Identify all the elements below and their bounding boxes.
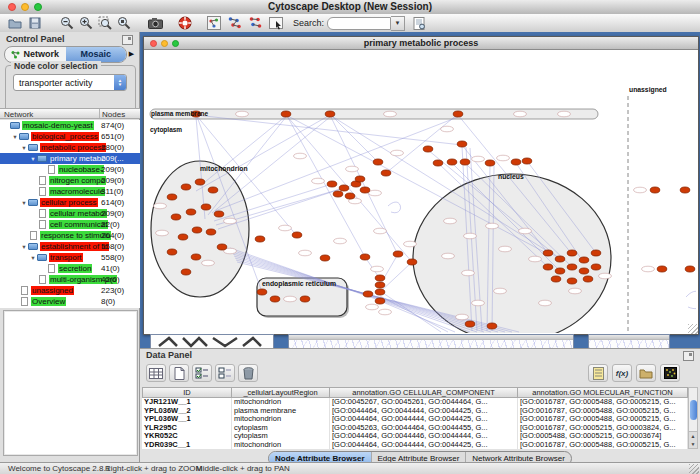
tree-row-node-count: 41(0) bbox=[101, 264, 120, 273]
tree-row[interactable]: ▼cellular process614(0) bbox=[0, 197, 140, 208]
background-window-fragment[interactable] bbox=[150, 334, 274, 348]
function-builder-icon[interactable]: f(x) bbox=[612, 364, 632, 382]
save-session-button[interactable] bbox=[27, 16, 42, 31]
node-label-oval bbox=[156, 230, 169, 236]
table-cell-cellular: [GO:0044464, GO:0044444, GO:0044425, G..… bbox=[330, 407, 518, 416]
network-view-window[interactable]: primary metabolic process plasma membran… bbox=[143, 36, 699, 335]
help-lifering-icon[interactable] bbox=[177, 16, 192, 31]
folder-icon bbox=[10, 122, 20, 129]
tree-row[interactable]: ▼primary metabo209(... bbox=[0, 153, 140, 164]
open-session-button[interactable] bbox=[7, 16, 22, 31]
tree-expander-icon[interactable]: ▼ bbox=[29, 156, 37, 162]
background-window-fragment[interactable] bbox=[588, 334, 670, 348]
network-node bbox=[650, 187, 660, 193]
tree-row[interactable]: ▼metabolic process280(0) bbox=[0, 142, 140, 153]
attribute-report-icon[interactable] bbox=[588, 364, 608, 382]
background-window-fragment[interactable] bbox=[288, 334, 574, 348]
unselect-attributes-icon[interactable] bbox=[215, 364, 235, 382]
node-label-oval bbox=[202, 260, 215, 266]
network-overview-panel[interactable] bbox=[3, 310, 138, 456]
table-cell-molecular: [GO:0016787, GO:0005215, GO:0003824, G..… bbox=[518, 424, 688, 433]
tree-row[interactable]: nitrogen compo209(0) bbox=[0, 175, 140, 186]
table-column-header[interactable]: annotation.GO CELLULAR_COMPONENT bbox=[330, 387, 518, 398]
tree-row-node-count: 874(0) bbox=[101, 121, 124, 130]
tree-row[interactable]: mosaic-demo-yeast874(0) bbox=[0, 120, 140, 131]
tree-row[interactable]: cell communicat22(0) bbox=[0, 219, 140, 230]
table-scrollbar[interactable]: ▲▼ bbox=[688, 387, 698, 449]
float-data-panel-icon[interactable] bbox=[683, 351, 694, 361]
import-network-icon[interactable] bbox=[227, 16, 242, 31]
tree-row[interactable]: unassigned223(0) bbox=[0, 285, 140, 296]
table-column-header[interactable]: _cellularLayoutRegion bbox=[232, 387, 330, 398]
tab-network[interactable]: Network bbox=[5, 47, 66, 62]
tree-row[interactable]: ▼transport558(0) bbox=[0, 252, 140, 263]
tree-row[interactable]: nucleobase-209(0) bbox=[0, 164, 140, 175]
node-label-oval bbox=[279, 225, 292, 231]
new-attribute-icon[interactable] bbox=[169, 364, 189, 382]
tree-row[interactable]: ▼biological_process651(0) bbox=[0, 131, 140, 142]
folder-icon bbox=[28, 243, 38, 250]
manage-networks-icon[interactable] bbox=[206, 16, 221, 31]
network-node bbox=[457, 141, 467, 147]
network-canvas[interactable]: plasma membranecytoplasmmitochondrionnuc… bbox=[144, 50, 696, 333]
network-window-titlebar[interactable]: primary metabolic process bbox=[144, 37, 698, 50]
table-row[interactable]: YLR295Ccytoplasm[GO:0045263, GO:0044464,… bbox=[142, 424, 688, 433]
attribute-table-icon[interactable] bbox=[146, 364, 166, 382]
search-input[interactable] bbox=[327, 17, 391, 30]
network-node bbox=[355, 176, 365, 182]
tree-expander-icon[interactable]: ▼ bbox=[20, 145, 28, 151]
zoom-fit-icon[interactable] bbox=[116, 16, 131, 31]
tree-header[interactable]: Network Nodes bbox=[0, 108, 140, 119]
tree-row[interactable]: ▼establishment of lo558(0) bbox=[0, 241, 140, 252]
scrollbar-thumb[interactable] bbox=[690, 400, 697, 420]
attribute-table-header[interactable]: ID_cellularLayoutRegionannotation.GO CEL… bbox=[142, 387, 688, 398]
tree-row[interactable]: Overview8(0) bbox=[0, 296, 140, 307]
tree-row[interactable]: response to stimulu264(0) bbox=[0, 230, 140, 241]
window-title: Cytoscape Desktop (New Session) bbox=[0, 1, 700, 12]
tree-row[interactable]: multi-organism pro42(0) bbox=[0, 274, 140, 285]
import-attributes-icon[interactable] bbox=[248, 16, 263, 31]
delete-attribute-trash-icon[interactable] bbox=[238, 364, 258, 382]
advanced-search-icon[interactable] bbox=[412, 16, 427, 31]
window-resize-grip[interactable] bbox=[689, 464, 699, 474]
network-window-resize-grip[interactable] bbox=[688, 324, 698, 334]
node-color-dropdown[interactable]: transporter activity ▲▼ bbox=[13, 74, 127, 91]
tree-row-label: biological_process bbox=[31, 132, 99, 141]
table-row[interactable]: YPL036W__2plasma membrane[GO:0044464, GO… bbox=[142, 407, 688, 416]
annotation-icon[interactable] bbox=[268, 16, 283, 31]
float-control-panel-icon[interactable] bbox=[122, 35, 133, 45]
table-column-header[interactable]: annotation.GO MOLECULAR_FUNCTION bbox=[518, 387, 688, 398]
zoom-in-icon[interactable] bbox=[78, 16, 93, 31]
tree-row[interactable]: macromolecule311(0) bbox=[0, 186, 140, 197]
tree-expander-icon[interactable]: ▼ bbox=[20, 244, 28, 250]
tree-row[interactable]: cellular metabol209(0) bbox=[0, 208, 140, 219]
tab-mosaic[interactable]: Mosaic bbox=[66, 47, 127, 62]
import-attributes-folder-icon[interactable] bbox=[636, 364, 656, 382]
snapshot-camera-icon[interactable] bbox=[148, 16, 163, 31]
matrix-view-icon[interactable] bbox=[660, 364, 680, 382]
network-node bbox=[685, 266, 695, 272]
compartment-label: mitochondrion bbox=[200, 165, 248, 172]
tree-header-divider[interactable] bbox=[99, 109, 100, 118]
table-row[interactable]: YJR121W__1mitochondrion[GO:0045267, GO:0… bbox=[142, 398, 688, 407]
search-dropdown-arrow-icon[interactable]: ▼ bbox=[391, 16, 405, 31]
tree-row[interactable]: secretion41(0) bbox=[0, 263, 140, 274]
table-row[interactable]: YDR039C__1mitochondrion[GO:0044464, GO:0… bbox=[142, 441, 688, 450]
table-column-header[interactable]: ID bbox=[142, 387, 232, 398]
tree-expander-icon[interactable]: ▼ bbox=[20, 200, 28, 206]
select-attributes-icon[interactable] bbox=[192, 364, 212, 382]
zoom-selected-icon[interactable] bbox=[97, 16, 112, 31]
compartment-label: plasma membrane bbox=[151, 110, 208, 118]
scrollbar-arrows[interactable]: ▲▼ bbox=[689, 431, 697, 448]
network-node bbox=[339, 185, 349, 191]
tree-row-label: nitrogen compo bbox=[49, 176, 106, 185]
tree-expander-icon[interactable]: ▼ bbox=[11, 134, 19, 140]
node-label-oval bbox=[444, 218, 457, 224]
node-label-oval bbox=[569, 288, 582, 294]
table-row[interactable]: YPL036W__1mitochondrion[GO:0044464, GO:0… bbox=[142, 415, 688, 424]
tree-row-label: secretion bbox=[58, 264, 92, 273]
tab-overflow-arrow-icon[interactable]: ▶ bbox=[127, 50, 136, 58]
tree-expander-icon[interactable]: ▼ bbox=[29, 255, 37, 261]
zoom-out-icon[interactable] bbox=[59, 16, 74, 31]
table-row[interactable]: YKR052Ccytoplasm[GO:0044464, GO:0044446,… bbox=[142, 432, 688, 441]
